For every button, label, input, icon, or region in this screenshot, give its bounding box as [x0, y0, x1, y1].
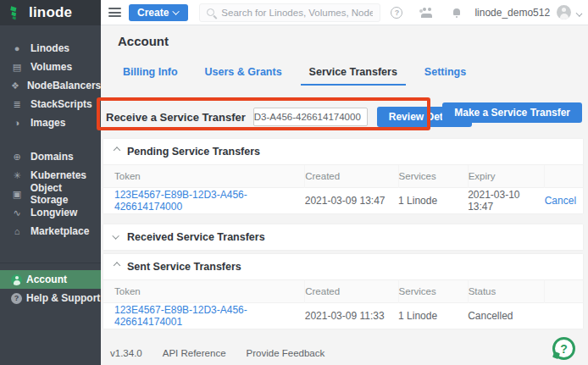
username[interactable]: linode_demo512: [474, 7, 550, 19]
sidebar-item-account[interactable]: Account: [0, 270, 101, 289]
app-version: v1.34.0: [110, 348, 142, 358]
pending-transfers-header[interactable]: Pending Service Transfers: [103, 139, 583, 164]
sidebar-item-stackscripts[interactable]: ≣ StackScripts: [0, 95, 101, 113]
linodes-icon: ●: [11, 44, 23, 53]
make-service-transfer-button[interactable]: Make a Service Transfer: [442, 102, 582, 123]
search-bar[interactable]: [199, 3, 380, 22]
column-header-token: Token: [103, 280, 305, 303]
sidebar-divider: [0, 263, 101, 263]
help-chat-bubble-icon[interactable]: [552, 337, 575, 360]
sent-created: 2021-03-09 11:33: [305, 303, 398, 329]
linode-logo[interactable]: linode: [0, 0, 101, 25]
object-storage-icon: ▣: [11, 190, 23, 199]
kubernetes-icon: ✳: [11, 171, 23, 180]
longview-icon: ∿: [11, 208, 23, 218]
sent-token-link[interactable]: 123E4567-E89B-12D3-A456-426614174001: [114, 304, 247, 328]
search-icon: [207, 8, 214, 16]
collapse-chevron-up-icon: [114, 147, 120, 153]
help-question-icon: ?: [11, 293, 22, 304]
received-transfers-header[interactable]: Received Service Transfers: [103, 224, 583, 250]
collapse-chevron-up-icon: [114, 262, 120, 268]
domains-icon: ⊕: [11, 152, 23, 162]
sidebar-item-help-support[interactable]: ? Help & Support: [0, 289, 101, 307]
sent-status: Cancelled: [468, 303, 545, 329]
linode-logo-icon: [8, 5, 24, 20]
search-input[interactable]: [221, 8, 373, 18]
table-row: 123E4567-E89B-12D3-A456-426614174001 202…: [103, 303, 583, 329]
provide-feedback-link[interactable]: Provide Feedback: [247, 348, 325, 358]
nodebalancers-icon: ❖: [11, 81, 19, 91]
cancel-link[interactable]: Cancel: [545, 195, 576, 207]
column-header-status: Status: [468, 280, 545, 303]
pending-transfers-panel: Pending Service Transfers Token Created …: [103, 139, 583, 213]
api-reference-link[interactable]: API Reference: [163, 348, 226, 358]
account-person-icon: [11, 274, 22, 285]
receive-transfer-label: Receive a Service Transfer: [106, 111, 246, 124]
avatar[interactable]: [557, 5, 571, 19]
collapse-chevron-down-icon: [112, 232, 119, 239]
pending-expiry: 2021-03-10 13:47: [468, 188, 545, 213]
sidebar: linode ● Linodes ▤ Volumes ❖ NodeBalance…: [0, 0, 101, 365]
sidebar-item-linodes[interactable]: ● Linodes: [0, 39, 101, 58]
pending-transfers-table: Token Created Services Expiry 123E4567-E…: [103, 164, 583, 213]
tab-bar: Billing Info Users & Grants Service Tran…: [114, 61, 485, 86]
stackscripts-icon: ≣: [11, 100, 23, 109]
sidebar-item-nodebalancers[interactable]: ❖ NodeBalancers: [0, 76, 101, 95]
volumes-icon: ▤: [11, 63, 23, 72]
notifications-bell-icon[interactable]: [452, 8, 461, 18]
logo-text: linode: [29, 4, 72, 21]
sent-transfers-header[interactable]: Sent Service Transfers: [103, 254, 583, 279]
sent-services: 1 Linode: [398, 303, 468, 329]
chevron-down-icon: [173, 8, 180, 14]
transfer-token-input[interactable]: 123E4567-E89B-12D3-A456-426614174000: [253, 108, 368, 126]
sidebar-item-domains[interactable]: ⊕ Domains: [0, 147, 101, 166]
pending-token-link[interactable]: 123E4567-E89B-12D3-A456-426614174000: [114, 189, 247, 213]
footer: v1.34.0 API Reference Provide Feedback: [110, 348, 325, 358]
marketplace-icon: ⌂: [11, 227, 23, 236]
topbar: Create linode_demo512: [101, 0, 588, 25]
pending-services: 1 Linode: [398, 188, 468, 213]
column-header-services: Services: [398, 165, 468, 188]
tab-settings[interactable]: Settings: [416, 61, 474, 86]
main-content: Account Billing Info Users & Grants Serv…: [101, 25, 588, 365]
create-button[interactable]: Create: [129, 4, 188, 21]
tab-billing-info[interactable]: Billing Info: [114, 61, 186, 86]
pending-created: 2021-03-09 13:47: [305, 188, 398, 213]
images-icon: ◑: [11, 119, 23, 128]
column-header-token: Token: [103, 165, 305, 188]
sidebar-item-images[interactable]: ◑ Images: [0, 113, 101, 132]
column-header-created: Created: [305, 280, 398, 303]
column-header-expiry: Expiry: [468, 165, 545, 188]
sidebar-item-longview[interactable]: ∿ Longview: [0, 203, 101, 222]
community-icon[interactable]: [419, 8, 435, 18]
column-header-created: Created: [305, 165, 398, 188]
column-header-services: Services: [398, 280, 468, 303]
sidebar-nav: ● Linodes ▤ Volumes ❖ NodeBalancers ≣ St…: [0, 25, 101, 307]
tab-service-transfers[interactable]: Service Transfers: [301, 61, 406, 86]
sent-transfers-panel: Sent Service Transfers Token Created Ser…: [103, 254, 583, 329]
sidebar-item-object-storage[interactable]: ▣ Object Storage: [0, 185, 101, 203]
receive-transfer-row: Receive a Service Transfer 123E4567-E89B…: [106, 103, 495, 130]
sent-transfers-table: Token Created Services Status 123E4567-E…: [103, 279, 583, 329]
account-menu-chevron-icon[interactable]: [576, 10, 583, 17]
received-transfers-panel: Received Service Transfers: [103, 224, 583, 250]
tab-users-grants[interactable]: Users & Grants: [197, 61, 291, 86]
sidebar-item-volumes[interactable]: ▤ Volumes: [0, 58, 101, 76]
hamburger-menu-icon[interactable]: [108, 8, 121, 17]
sidebar-item-marketplace[interactable]: ⌂ Marketplace: [0, 222, 101, 241]
table-row: 123E4567-E89B-12D3-A456-426614174000 202…: [103, 188, 583, 213]
page-title: Account: [118, 34, 169, 48]
column-header-action: [545, 165, 583, 188]
help-icon[interactable]: [391, 7, 402, 19]
